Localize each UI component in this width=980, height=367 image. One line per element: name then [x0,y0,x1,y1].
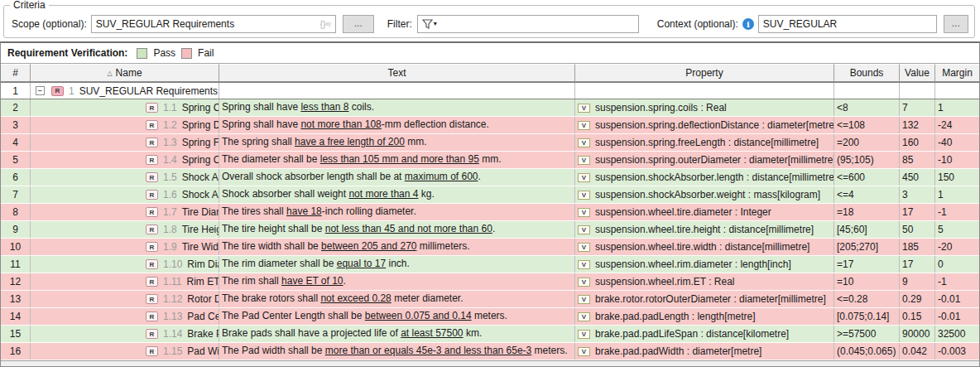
text-post: -inch rolling diameter. [322,205,416,217]
expander-icon[interactable]: − [36,86,45,95]
row-number-cell: 3 [1,117,31,133]
pass-checkbox[interactable] [137,48,147,59]
header-text[interactable]: Text [219,64,575,81]
header-bounds[interactable]: Bounds [834,64,900,81]
name-label: Spring Free Length [182,137,219,148]
fail-checkbox[interactable] [181,48,192,59]
text-underlined: have ET of 10 [281,275,343,287]
bounds-cell: =17 [834,256,900,273]
context-label: Context (optional): [657,18,738,30]
name-cell: R1.8Tire Height [31,221,219,238]
scope-browse-button[interactable]: ... [343,15,374,33]
table-row[interactable]: 4R1.3Spring Free LengthThe spring shall … [1,134,979,152]
fail-label: Fail [198,47,214,59]
name-number: 1.1 [163,102,177,113]
property-cell: Vsuspension.wheel.tire.diameter : Intege… [575,204,834,220]
text-underlined: equal to 17 [337,258,386,269]
text-cell: Spring shall have less than 8 coils. [219,99,575,116]
requirement-icon: R [146,277,158,287]
results-panel: Requirement Verification: Pass Fail # △ … [0,41,980,367]
scope-value: SUV_REGULAR Requirements [96,18,234,30]
value-cell: 185 [900,239,935,255]
margin-cell: 150 [935,169,979,186]
table-row[interactable]: 8R1.7Tire DiameterThe tires shall have 1… [1,204,979,221]
verify-icon: V [578,138,590,147]
property-cell: Vbrake.pad.padLength : length[metre] [575,308,834,325]
name-cell: R1.4Spring Outer Diameter [31,152,219,168]
text-post: coils. [348,101,374,113]
table-row[interactable]: 10R1.9Tire WidthThe tire width shall be … [1,239,979,256]
verify-icon: V [578,278,590,287]
row-number-cell: 13 [1,291,31,307]
row-number-cell: 12 [1,273,31,290]
header-value[interactable]: Value [900,64,935,81]
verify-icon: V [578,104,590,113]
name-cell: R1.1Spring Coils [31,99,219,116]
name-number: 1.6 [163,189,177,200]
table-row[interactable]: 13R1.12Rotor DiameterThe brake rotors sh… [1,291,979,308]
bounds-cell: <=0.28 [834,291,900,307]
requirement-icon: R [146,259,158,269]
header-row-number[interactable]: # [1,64,31,81]
table-row[interactable]: 16R1.15Pad WidthThe Pad width shall be m… [1,343,979,360]
table-row[interactable]: 14R1.13Pad Center LengthThe Pad Center L… [1,308,979,326]
text-underlined: between 0.075 and 0.14 [365,310,472,321]
verify-icon: V [578,312,590,321]
property-cell: Vbrake.pad.padWidth : diameter[metre] [575,343,834,360]
name-cell: R1.12Rotor Diameter [31,291,219,307]
text-underlined: have 18 [286,205,322,217]
table-row[interactable]: 1−R1SUV_REGULAR Requirements [1,82,979,99]
name-cell: R1.14Brake Pad Life [31,326,219,342]
property-label: suspension.wheel.tire.diameter : Integer [595,206,771,218]
name-number: 1.9 [163,241,177,253]
text-cell: The tires shall have 18-inch rolling dia… [219,204,575,220]
context-input[interactable]: SUV_REGULAR [758,15,937,33]
text-post: kg. [418,188,434,200]
property-cell: Vsuspension.spring.outerDiameter : diame… [575,152,834,168]
table-row[interactable]: 5R1.4Spring Outer DiameterThe diameter s… [1,152,979,169]
context-value: SUV_REGULAR [763,18,837,30]
property-cell: Vsuspension.spring.coils : Real [575,99,834,116]
text-post: mm. [405,136,427,147]
table-row[interactable]: 3R1.2Spring Deflection DistanceSpring sh… [1,117,979,134]
table-row[interactable]: 12R1.11Rim ETThe rim shall have ET of 10… [1,273,979,291]
table-row[interactable]: 6R1.5Shock Absorber LengthOverall shock … [1,169,979,186]
header-name[interactable]: △ Name [31,64,219,81]
table-row[interactable]: 2R1.1Spring CoilsSpring shall have less … [1,99,979,117]
header-property[interactable]: Property [575,64,834,81]
scope-input[interactable]: SUV_REGULAR Requirements {}ˣʸ [91,15,336,33]
property-cell: Vsuspension.wheel.tire.width : distance[… [575,239,834,255]
text-cell: Brake pads shall have a projected life o… [219,326,575,342]
verify-icon: V [578,330,590,339]
table-row[interactable]: 7R1.6Shock Absorber WeightShock absorber… [1,186,979,204]
table-row[interactable]: 9R1.8Tire HeightThe tire height shall be… [1,221,979,239]
margin-cell: 5 [935,221,979,238]
verify-icon: V [578,347,590,356]
margin-cell: 1 [935,186,979,203]
filter-dropdown[interactable]: ▾ [422,19,437,29]
context-browse-button[interactable]: ... [944,15,968,33]
property-label: suspension.wheel.tire.width : distance[m… [595,241,809,253]
value-cell: 17 [900,256,935,273]
bounds-cell: (95;105) [834,152,900,168]
name-number: 1.11 [163,276,181,287]
table-row[interactable]: 11R1.10Rim DiameterThe rim diameter shal… [1,256,979,273]
bounds-cell: >=57500 [834,326,900,342]
table-row[interactable]: 15R1.14Brake Pad LifeBrake pads shall ha… [1,326,979,343]
property-cell: Vsuspension.shockAbsorber.length : dista… [575,169,834,186]
text-underlined: not less than 45 and not more than 60 [325,223,492,234]
text-cell: The Pad Center Length shall be between 0… [219,308,575,325]
filter-input[interactable]: ▾ [417,15,639,33]
bounds-cell: <=600 [834,169,900,186]
row-number-cell: 1 [1,83,31,99]
text-post: inch. [386,258,410,269]
info-icon[interactable]: i [742,18,754,30]
text-cell: Shock absorber shall weight not more tha… [219,186,575,203]
margin-cell: 0 [935,256,979,273]
text-underlined: less than 8 [300,101,348,113]
scrollbar-track[interactable] [1,360,979,366]
row-number-cell: 5 [1,152,31,168]
header-margin[interactable]: Margin [935,64,979,81]
text-underlined: between 205 and 270 [321,240,416,252]
property-label: suspension.wheel.rim.ET : Real [595,276,735,287]
